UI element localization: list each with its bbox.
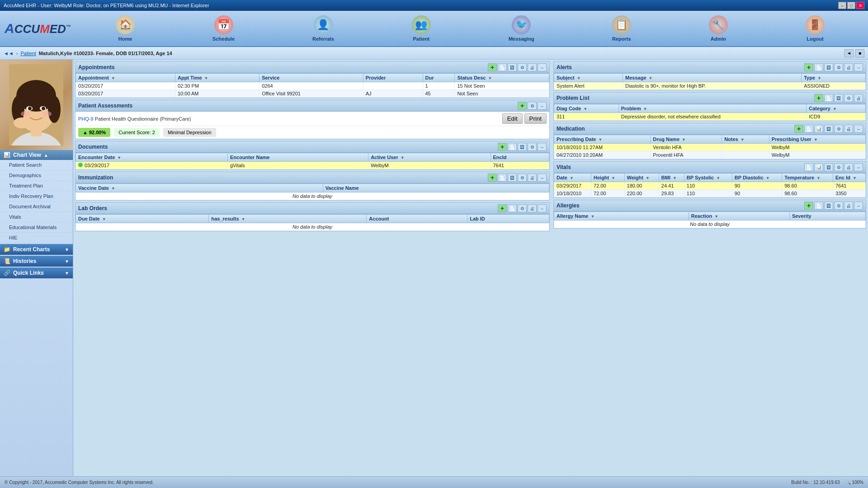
table-row[interactable]: 04/27/2010 10:20AM Proventil HFA WelbyM: [554, 151, 866, 159]
sidebar-recent-charts[interactable]: 📁 Recent Charts ▼: [0, 244, 73, 255]
medication-chart-btn[interactable]: 📊: [814, 125, 823, 133]
lab-orders-print-btn[interactable]: 🖨: [528, 204, 537, 212]
documents-view-btn[interactable]: 🖼: [518, 143, 527, 151]
prob-col-code[interactable]: Diag Code ▼: [554, 104, 619, 113]
sidebar-item-demographics[interactable]: Demographics: [0, 170, 73, 181]
medication-close-btn[interactable]: –: [854, 125, 863, 133]
breadcrumb-action-2[interactable]: ■: [855, 49, 864, 57]
doc-col-id[interactable]: EncId: [491, 153, 549, 162]
table-row[interactable]: 03/20/2017 02:30 PM 0264 1 15 Not Seen: [76, 82, 549, 90]
allergies-export-btn[interactable]: 📄: [814, 202, 823, 210]
table-row[interactable]: System Alert Diastolic is 90+, monitor f…: [554, 82, 866, 90]
nav-referrals[interactable]: 👤 Referrals: [306, 13, 341, 44]
lab-orders-export-btn[interactable]: 📄: [508, 204, 517, 212]
sidebar-histories[interactable]: 📜 Histories ▼: [0, 256, 73, 267]
medication-add-btn[interactable]: +: [794, 125, 803, 133]
allergy-col-name[interactable]: Allergy Name ▼: [554, 212, 689, 221]
appt-col-appointment[interactable]: Appointment ▼: [76, 74, 175, 82]
med-col-notes[interactable]: Notes ▼: [722, 135, 769, 144]
nav-reports[interactable]: 📋 Reports: [605, 13, 638, 44]
close-button[interactable]: ✕: [856, 2, 864, 9]
vitals-chart-btn[interactable]: 📊: [814, 163, 823, 171]
doc-col-name[interactable]: Encounter Name: [228, 153, 368, 162]
alerts-export-btn[interactable]: 📄: [814, 63, 823, 71]
alerts-add-btn[interactable]: +: [804, 63, 813, 71]
lab-orders-config-btn[interactable]: ⚙: [518, 204, 527, 212]
allergy-col-severity[interactable]: Severity: [789, 212, 865, 221]
alerts-close-btn[interactable]: –: [854, 63, 863, 71]
alerts-view-btn[interactable]: 🖼: [824, 63, 833, 71]
sidebar-item-doc-archival[interactable]: Document Archival: [0, 202, 73, 212]
vitals-config-btn[interactable]: ⚙: [834, 163, 843, 171]
vitals-print-btn[interactable]: 🖨: [844, 163, 853, 171]
phq-print-button[interactable]: Print: [524, 113, 547, 124]
assessments-config-btn[interactable]: ⚙: [528, 102, 537, 110]
minimize-button[interactable]: –: [838, 2, 846, 9]
problem-list-print-btn[interactable]: 🖨: [854, 94, 863, 102]
vitals-view-btn[interactable]: 🖼: [824, 163, 833, 171]
vit-col-bp-sys[interactable]: BP Systolic ▼: [684, 174, 732, 182]
vit-col-enc-id[interactable]: Enc Id ▼: [833, 174, 865, 182]
imm-col-name[interactable]: Vaccine Name: [323, 184, 549, 192]
vit-col-date[interactable]: Date ▼: [554, 174, 591, 182]
allergies-add-btn[interactable]: +: [804, 202, 813, 210]
table-row[interactable]: 03/29/2017 gVitals WelbyM 7641: [76, 162, 549, 169]
problem-list-add-btn[interactable]: +: [814, 94, 823, 102]
appt-col-time[interactable]: Appt Time ▼: [175, 74, 259, 82]
vit-col-weight[interactable]: Weight ▼: [624, 174, 659, 182]
table-row[interactable]: 03/29/2017 72.00 180.00 24.41 110 90 98.…: [554, 182, 866, 190]
table-row[interactable]: 03/20/2017 10:00 AM Office Visit 99201 A…: [76, 90, 549, 98]
problem-list-view-btn[interactable]: 🖼: [834, 94, 843, 102]
nav-admin[interactable]: 🔧 Admin: [702, 13, 735, 44]
appt-col-status[interactable]: Status Desc ▼: [455, 74, 549, 82]
sidebar-item-patient-search[interactable]: Patient Search: [0, 160, 73, 170]
appointments-export-btn[interactable]: 📄: [498, 63, 507, 71]
lab-col-id[interactable]: Lab ID: [467, 215, 549, 223]
breadcrumb-action-1[interactable]: ◄: [844, 49, 854, 57]
medication-view-btn[interactable]: 🖼: [824, 125, 833, 133]
appointments-view-btn[interactable]: 🖼: [508, 63, 517, 71]
allergies-view-btn[interactable]: 🖼: [824, 202, 833, 210]
alert-col-type[interactable]: Type ▼: [802, 74, 866, 82]
phq-edit-button[interactable]: Edit: [502, 113, 523, 124]
table-row[interactable]: 311 Depressive disorder, not elsewhere c…: [554, 113, 866, 121]
prob-col-problem[interactable]: Problem ▼: [618, 104, 807, 113]
lab-col-due-date[interactable]: Due Date ▼: [76, 215, 209, 223]
vit-col-height[interactable]: Height ▼: [591, 174, 625, 182]
alert-col-message[interactable]: Message ▼: [623, 74, 802, 82]
lab-orders-close-btn[interactable]: –: [538, 204, 547, 212]
documents-config-btn[interactable]: ⚙: [528, 143, 537, 151]
vit-col-bp-dia[interactable]: BP Diastolic ▼: [732, 174, 782, 182]
problem-list-export-btn[interactable]: 📄: [824, 94, 833, 102]
breadcrumb-link[interactable]: Patient: [20, 51, 36, 56]
prob-col-category[interactable]: Category ▼: [807, 104, 866, 113]
medication-config-btn[interactable]: ⚙: [834, 125, 843, 133]
lab-orders-add-btn[interactable]: +: [498, 204, 507, 212]
nav-schedule[interactable]: 📅 Schedule: [206, 13, 241, 44]
documents-export-btn[interactable]: 📄: [508, 143, 517, 151]
allergy-col-reaction[interactable]: Reaction ▼: [689, 212, 789, 221]
nav-home[interactable]: 🏠 Home: [109, 13, 142, 44]
nav-patient[interactable]: 👥 Patient: [405, 13, 438, 44]
immunization-print-btn[interactable]: 🖨: [528, 174, 537, 182]
appointments-close-btn[interactable]: –: [538, 63, 547, 71]
appt-col-service[interactable]: Service: [259, 74, 363, 82]
back-button[interactable]: ◄◄: [4, 51, 14, 56]
appt-col-provider[interactable]: Provider: [363, 74, 423, 82]
table-row[interactable]: 10/18/2010 72.00 220.00 29.83 110 90 98.…: [554, 190, 866, 197]
vit-col-temp[interactable]: Temperature ▼: [782, 174, 833, 182]
vit-col-bmi[interactable]: BMI ▼: [659, 174, 684, 182]
allergies-print-btn[interactable]: 🖨: [844, 202, 853, 210]
table-row[interactable]: 10/18/2010 11:27AM Ventolin HFA WelbyM: [554, 144, 866, 151]
sidebar-chart-view[interactable]: 📊 Chart View ▲: [0, 150, 73, 160]
immunization-view-btn[interactable]: 🖼: [508, 174, 517, 182]
alerts-print-btn[interactable]: 🖨: [844, 63, 853, 71]
sidebar-item-vitals[interactable]: Vitals: [0, 212, 73, 222]
doc-col-user[interactable]: Active User ▼: [368, 153, 491, 162]
med-col-drug[interactable]: Drug Name ▼: [651, 135, 722, 144]
medication-export-btn[interactable]: 📄: [804, 125, 813, 133]
assessments-close-btn[interactable]: –: [538, 102, 547, 110]
med-col-user[interactable]: Prescribing User ▼: [769, 135, 865, 144]
sidebar-item-indiv-recovery[interactable]: Indiv Recovery Plan: [0, 191, 73, 202]
doc-col-date[interactable]: Encounter Date ▼: [76, 153, 228, 162]
